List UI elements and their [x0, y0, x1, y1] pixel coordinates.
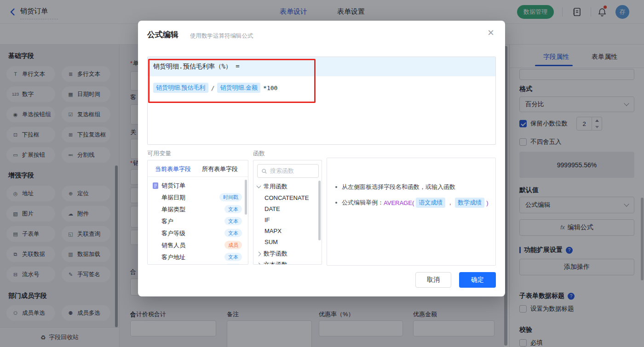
dialog-title: 公式编辑	[147, 29, 178, 40]
bullet-icon	[335, 202, 337, 204]
tip-line: 从左侧面板选择字段名和函数，或输入函数	[335, 183, 455, 191]
example-field-chip: 数学成绩	[455, 198, 484, 208]
tree-root-label: 销货订单	[161, 182, 185, 190]
function-group-math[interactable]: 数学函数	[257, 250, 288, 258]
example-function: AVERAGE(	[384, 199, 414, 206]
variable-row[interactable]: 销售人员成员	[148, 240, 248, 251]
bullet-icon	[335, 186, 337, 188]
chevron-right-icon	[257, 263, 261, 265]
app: 销货订单 表单设计 表单设置 数据管理 存 ⚭ 表单外链 ⧈ 后端脚本 ▥ 数据…	[0, 0, 644, 347]
variable-row-clipped[interactable]: 文本	[148, 263, 248, 265]
functions-panel: 搜索函数 常用函数 CONCATENATE DATE IF MAPX SUM 数…	[253, 160, 322, 265]
variable-name: 客户地址	[161, 253, 185, 262]
type-badge: 文本	[224, 253, 242, 261]
function-group-text[interactable]: 文本函数	[257, 261, 288, 265]
variable-row[interactable]: 单据日期时间戳	[148, 193, 248, 204]
function-search-input[interactable]: 搜索函数	[257, 164, 319, 178]
variable-row[interactable]: 客户地址文本	[148, 252, 248, 263]
functions-label: 函数	[253, 149, 265, 158]
variables-label: 可用变量	[147, 149, 171, 158]
operator: /	[211, 85, 215, 91]
variables-scrollbar[interactable]	[245, 180, 247, 215]
chevron-right-icon	[257, 252, 261, 256]
variable-name: 单据类型	[161, 205, 185, 214]
search-icon	[261, 168, 267, 174]
variable-name: 销售人员	[161, 241, 185, 250]
formula-target-line: 销货明细.预估毛利率（%） =	[148, 57, 495, 76]
tip-text: 公式编辑举例：	[342, 199, 384, 207]
example-field-chip: 语文成绩	[416, 198, 445, 208]
example-separator: ，	[447, 199, 453, 207]
function-item[interactable]: MAPX	[264, 228, 282, 234]
group-label: 数学函数	[264, 250, 288, 257]
field-token[interactable]: 销货明细.金额	[217, 83, 260, 93]
tab-current-form-fields[interactable]: 当前表单字段	[155, 165, 191, 173]
tip-text: 从左侧面板选择字段名和函数，或输入函数	[342, 183, 455, 191]
field-token[interactable]: 销货明细.预估毛利	[153, 83, 208, 93]
group-label: 文本函数	[264, 261, 288, 265]
function-item[interactable]: DATE	[264, 205, 280, 212]
function-group-common[interactable]: 常用函数	[257, 182, 288, 191]
close-icon[interactable]: ×	[488, 27, 494, 38]
type-badge: 文本	[224, 264, 242, 265]
chevron-down-icon	[257, 184, 261, 188]
type-badge: 文本	[224, 229, 242, 237]
function-item[interactable]: IF	[264, 216, 270, 223]
variables-panel: 当前表单字段 所有表单字段 销货订单 单据日期时间戳 单据类型文本 客户文本 客…	[147, 160, 248, 265]
form-doc-icon	[152, 182, 159, 189]
group-label: 常用函数	[264, 183, 288, 190]
functions-scrollbar[interactable]	[318, 181, 321, 240]
function-item[interactable]: CONCATENATE	[264, 194, 309, 201]
confirm-button[interactable]: 确定	[459, 272, 496, 288]
type-badge: 文本	[224, 205, 242, 213]
formula-editor-area[interactable]: 销货明细.预估毛利率（%） = 销货明细.预估毛利 / 销货明细.金额 *100	[147, 57, 496, 145]
variable-name: 客户	[161, 217, 173, 226]
tab-all-form-fields[interactable]: 所有表单字段	[202, 165, 238, 173]
formula-editor-dialog: 公式编辑 使用数学运算符编辑公式 × 销货明细.预估毛利率（%） = 销货明细.…	[138, 21, 505, 296]
variable-row[interactable]: 客户文本	[148, 216, 248, 228]
variable-name: 客户等级	[161, 229, 185, 238]
tip-example-line: 公式编辑举例： AVERAGE( 语文成绩 ， 数学成绩 )	[335, 198, 489, 208]
tree-root-row[interactable]: 销货订单	[148, 181, 248, 192]
variable-row[interactable]: 单据类型文本	[148, 205, 248, 216]
function-item[interactable]: SUM	[264, 239, 278, 245]
example-function-close: )	[486, 199, 488, 206]
dialog-subtitle: 使用数学运算符编辑公式	[190, 32, 253, 40]
variable-row[interactable]: 客户等级文本	[148, 228, 248, 239]
type-badge: 时间戳	[219, 193, 242, 201]
tips-panel: 从左侧面板选择字段名和函数，或输入函数 公式编辑举例： AVERAGE( 语文成…	[327, 158, 496, 266]
search-placeholder: 搜索函数	[270, 167, 294, 175]
cancel-button[interactable]: 取消	[415, 272, 451, 288]
formula-expression: 销货明细.预估毛利 / 销货明细.金额 *100	[153, 83, 277, 93]
variable-name: 单据日期	[161, 193, 185, 202]
type-badge: 成员	[224, 241, 242, 249]
formula-tail: *100	[263, 85, 277, 91]
type-badge: 文本	[224, 217, 242, 225]
